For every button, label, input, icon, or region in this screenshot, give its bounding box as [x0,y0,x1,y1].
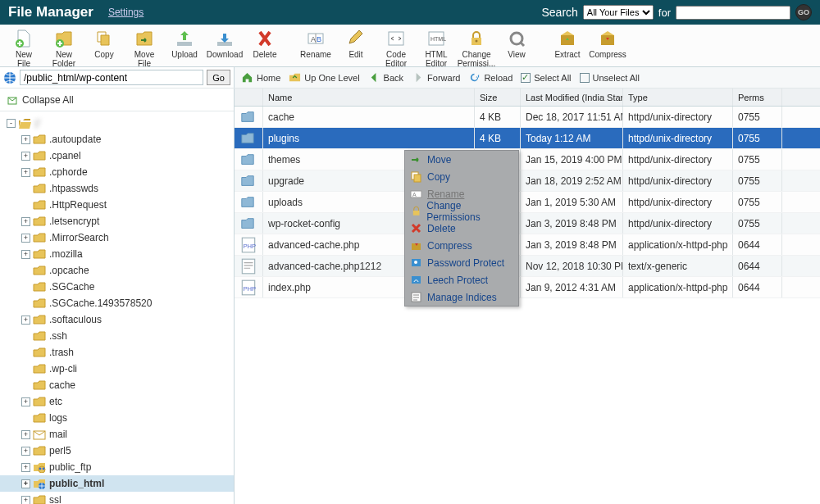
ctx-move[interactable]: Move [405,151,518,168]
ctx-compress[interactable]: Compress [405,237,518,254]
file-row[interactable]: advanced-cache.php12121.46 KBNov 12, 201… [235,256,820,277]
file-row[interactable]: wp-rocket-config4 KBJan 3, 2019 8:48 PMh… [235,213,820,234]
folder-icon [33,265,46,276]
tree-label: (/ [34,117,40,129]
file-row[interactable]: plugins4 KBToday 1:12 AMhttpd/unix-direc… [235,128,820,149]
tree-item[interactable]: +perl5 [0,443,234,459]
nav-forward[interactable]: Forward [412,71,460,84]
ctx-password[interactable]: Password Protect [405,254,518,271]
file-row[interactable]: upgrade4 KBJan 18, 2019 2:52 AMhttpd/uni… [235,170,820,192]
toolbar-rename[interactable]: ABRename [297,27,335,59]
expand-toggle[interactable]: + [21,463,30,472]
tree-item[interactable]: .HttpRequest [0,197,234,213]
tree-item[interactable]: .SGCache.1493578520 [0,295,234,311]
expand-toggle[interactable]: + [21,447,30,456]
file-row[interactable]: cache4 KBDec 18, 2017 11:51 AMhttpd/unix… [235,107,820,128]
collapse-all[interactable]: Collapse All [0,92,234,111]
toolbar-change-perms[interactable]: Change Permissi... [458,27,495,68]
tree-item[interactable]: +.cpanel [0,148,234,164]
tree-item[interactable]: .trash [0,344,234,361]
expand-toggle[interactable] [21,299,30,308]
expand-toggle[interactable] [21,332,30,341]
col-perms[interactable]: Perms [733,89,782,106]
file-row[interactable]: uploads4 KBJan 1, 2019 5:30 AMhttpd/unix… [235,192,820,213]
expand-toggle[interactable]: + [21,496,30,505]
toolbar-code-editor[interactable]: Code Editor [377,27,415,68]
expand-toggle[interactable] [21,184,30,193]
file-row[interactable]: themes4 KBJan 15, 2019 4:00 PMhttpd/unix… [235,149,820,170]
toolbar-download[interactable]: Download [206,27,244,59]
toolbar-html-editor[interactable]: HTMLHTML Editor [417,27,455,68]
expand-toggle[interactable] [21,414,30,423]
tree-item[interactable]: +public_ftp [0,459,234,475]
tree-item[interactable]: logs [0,410,234,426]
ctx-indices[interactable]: Manage Indices [405,288,518,306]
col-modified[interactable]: Last Modified (India Star [521,89,623,106]
file-row[interactable]: PHPadvanced-cache.php0 bytesJan 3, 2019 … [235,234,820,256]
tree-item[interactable]: +public_html [0,475,234,492]
tree-item[interactable]: -(/ [0,115,234,131]
expand-toggle[interactable] [21,283,30,292]
expand-toggle[interactable] [21,201,30,210]
tree-item[interactable]: +.MirrorSearch [0,229,234,246]
expand-toggle[interactable]: + [21,316,30,325]
tree-item[interactable]: .opcache [0,262,234,279]
expand-toggle[interactable]: + [21,152,30,161]
expand-toggle[interactable] [21,381,30,390]
search-input[interactable] [676,6,790,20]
toolbar-copy[interactable]: Copy [85,27,123,59]
toolbar-delete[interactable]: Delete [246,27,284,59]
toolbar-move-file[interactable]: Move File [125,27,163,68]
path-go-button[interactable]: Go [207,70,230,85]
expand-toggle[interactable] [21,348,30,357]
col-size[interactable]: Size [475,89,521,106]
tree-item[interactable]: .htpasswds [0,180,234,197]
tree-item[interactable]: +.letsencrypt [0,213,234,229]
nav-unselect-all[interactable]: Unselect All [580,73,640,83]
tree-item[interactable]: +.autoupdate [0,131,234,148]
toolbar-edit[interactable]: Edit [337,27,375,59]
search-scope-select[interactable]: All Your Files [583,5,654,20]
tree-item[interactable]: +mail [0,426,234,443]
expand-toggle[interactable]: + [21,250,30,259]
ctx-leech[interactable]: Leech Protect [405,271,518,288]
toolbar-view[interactable]: View [498,27,535,59]
col-type[interactable]: Type [623,89,733,106]
tree-item[interactable]: +.softaculous [0,311,234,328]
nav-back[interactable]: Back [368,71,403,84]
tree-item[interactable]: +etc [0,393,234,410]
expand-toggle[interactable]: + [21,397,30,406]
ctx-perms[interactable]: Change Permissions [405,202,518,220]
settings-link[interactable]: Settings [108,7,144,18]
tree-item[interactable]: .ssh [0,328,234,344]
expand-toggle[interactable]: + [21,430,30,439]
expand-toggle[interactable] [21,266,30,275]
tree-item[interactable]: +.cphorde [0,164,234,180]
ctx-copy[interactable]: Copy [405,168,518,185]
search-go-button[interactable]: GO [795,4,812,20]
toolbar-extract[interactable]: Extract [549,27,586,59]
nav-home[interactable]: Home [241,71,280,84]
toolbar-upload[interactable]: Upload [166,27,203,59]
expand-toggle[interactable]: + [21,135,30,144]
nav-select-all[interactable]: Select All [521,73,571,83]
tree-item[interactable]: +ssl [0,492,234,504]
toolbar-new-file[interactable]: New File [5,27,43,68]
expand-toggle[interactable]: - [7,119,16,128]
file-row[interactable]: PHPindex.php28 bytesJan 9, 2012 4:31 AMa… [235,277,820,298]
path-input[interactable] [20,70,203,85]
tree-item[interactable]: .wp-cli [0,361,234,377]
col-name[interactable]: Name [263,89,475,106]
expand-toggle[interactable] [21,365,30,374]
expand-toggle[interactable]: + [21,234,30,243]
toolbar-new-folder[interactable]: New Folder [45,27,83,68]
expand-toggle[interactable]: + [21,479,30,488]
nav-up[interactable]: Up One Level [289,71,359,84]
toolbar-compress[interactable]: Compress [589,27,626,59]
tree-item[interactable]: cache [0,377,234,393]
tree-item[interactable]: .SGCache [0,279,234,295]
nav-reload[interactable]: Reload [468,71,512,84]
tree-item[interactable]: +.mozilla [0,246,234,262]
expand-toggle[interactable]: + [21,168,30,177]
expand-toggle[interactable]: + [21,217,30,226]
